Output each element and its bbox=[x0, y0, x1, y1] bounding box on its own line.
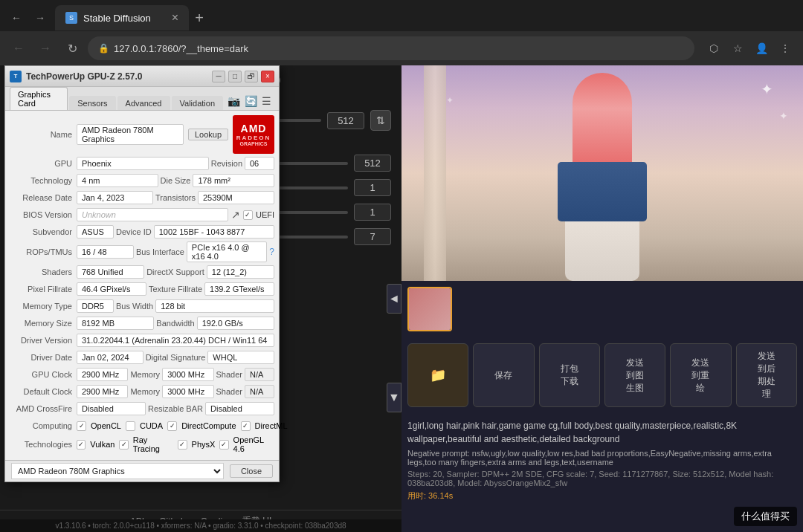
gpuz-memtype-row: Memory Type DDR5 Bus Width 128 bit bbox=[10, 299, 274, 314]
gpuz-tech-row: Technology 4 nm Die Size 178 mm² bbox=[10, 173, 274, 188]
profile-button[interactable]: 👤 bbox=[751, 38, 772, 59]
meta-text: Steps: 20, Sampler: DPM++ 2M SDE, CFG sc… bbox=[407, 470, 797, 487]
menu-button[interactable]: ⋮ bbox=[775, 38, 796, 59]
main-content: 面部修复 平铺图 (Tiling) 高分辨率修复 (Hires. fix) 宽度… bbox=[0, 65, 803, 532]
raytracing-checkbox[interactable] bbox=[119, 440, 128, 450]
gpuz-window-controls: ─ □ 🗗 × bbox=[212, 71, 274, 82]
uefi-checkbox[interactable] bbox=[243, 210, 253, 220]
gpuz-name-value: AMD Radeon 780M Graphics bbox=[77, 124, 184, 145]
bios-extras: ↗ UEFI bbox=[231, 209, 274, 221]
gpuz-bottom-bar: AMD Radeon 780M Graphics Close bbox=[5, 460, 279, 481]
collapse-button[interactable]: ◄ bbox=[387, 284, 402, 314]
expand-button[interactable]: ▼ bbox=[387, 383, 402, 412]
gpuz-driverversion-row: Driver Version 31.0.22044.1 (Adrenalin 2… bbox=[10, 333, 274, 348]
active-tab[interactable]: S Stable Diffusion × bbox=[55, 5, 189, 30]
thumbnail-image bbox=[409, 288, 451, 330]
gpuz-rops-value: 16 / 48 bbox=[77, 245, 134, 259]
gpuz-texturefill-value: 139.2 GTexel/s bbox=[204, 282, 274, 296]
folder-button[interactable]: 📁 bbox=[407, 343, 468, 407]
opengl-checkbox[interactable] bbox=[219, 440, 228, 450]
back-button[interactable]: ← bbox=[6, 7, 27, 28]
gpuz-tech-value: 4 nm bbox=[77, 174, 158, 187]
directml-checkbox[interactable] bbox=[241, 421, 251, 431]
gpuz-digsig-label: Digital Signature bbox=[143, 353, 208, 362]
gpuz-transistors-label: Transistors bbox=[153, 193, 198, 202]
url-text: 127.0.0.1:7860/?__theme=dark bbox=[114, 43, 248, 54]
send-to-inpaint-button[interactable]: 发送到重绘 bbox=[670, 343, 731, 407]
gpuz-menu-icon[interactable]: ☰ bbox=[262, 95, 271, 107]
gpuz-driverdate-value: Jan 02, 2024 bbox=[77, 351, 143, 364]
cast-button[interactable]: ⬡ bbox=[703, 38, 724, 59]
tab-graphics-card[interactable]: Graphics Card bbox=[10, 87, 68, 110]
sparkle-1: ✦ bbox=[761, 80, 773, 98]
gpuz-revision-value: 06 bbox=[245, 157, 274, 170]
gpuz-memtype-value: DDR5 bbox=[77, 299, 114, 313]
gpuz-diesize-value: 178 mm² bbox=[193, 174, 274, 187]
uefi-label: UEFI bbox=[256, 210, 274, 219]
bookmark-button[interactable]: ☆ bbox=[727, 38, 748, 59]
swap-dimensions-button[interactable]: ⇅ bbox=[370, 110, 391, 131]
character-hair bbox=[573, 73, 632, 162]
gpuz-bios-value: Unknown bbox=[77, 208, 228, 221]
address-bar-row: ← → ↻ 🔒 127.0.0.1:7860/?__theme=dark ⬡ ☆… bbox=[0, 31, 803, 65]
gpuz-close-button[interactable]: × bbox=[261, 71, 274, 82]
forward-nav-button[interactable]: → bbox=[34, 37, 57, 59]
cuda-checkbox[interactable] bbox=[126, 421, 135, 431]
tab-advanced[interactable]: Advanced bbox=[117, 96, 170, 110]
gpuz-maximize-button[interactable]: □ bbox=[228, 71, 242, 82]
gpuz-minimize-button[interactable]: ─ bbox=[212, 71, 225, 82]
gpuz-pixelfill-value: 46.4 GPixel/s bbox=[77, 282, 146, 296]
gpuz-tech-label: Technology bbox=[10, 176, 77, 185]
gpuz-deviceid-value: 1002 15BF - 1043 8877 bbox=[154, 225, 274, 239]
gpuz-businterface-value: PCIe x16 4.0 @ x16 4.0 bbox=[187, 241, 267, 262]
vulkan-checkbox[interactable] bbox=[77, 440, 86, 450]
anime-image-bg: ✦ ✦ ✦ bbox=[402, 65, 803, 281]
gpuz-rops-row: ROPs/TMUs 16 / 48 Bus Interface PCIe x16… bbox=[10, 241, 274, 262]
gpuz-defaultclock-label: Default Clock bbox=[10, 387, 77, 396]
gpuz-defshader-value: N/A bbox=[245, 385, 274, 398]
bios-share-icon[interactable]: ↗ bbox=[231, 209, 240, 221]
gpuz-close-btn[interactable]: Close bbox=[230, 464, 273, 478]
action-buttons-row: 📁 保存 打包下载 发送到图生图 发送到重绘 发送到后期处理 bbox=[402, 337, 803, 413]
directcompute-checkbox[interactable] bbox=[167, 421, 177, 431]
gpuz-restore-button[interactable]: 🗗 bbox=[245, 71, 258, 82]
gpuz-refresh-icon[interactable]: 🔄 bbox=[245, 95, 257, 107]
gpuz-device-select[interactable]: AMD Radeon 780M Graphics bbox=[11, 463, 224, 479]
graphics-text: GRAPHICS bbox=[240, 141, 268, 146]
gpuz-memsize-value: 8192 MB bbox=[77, 317, 154, 330]
gpuz-businterface-label: Bus Interface bbox=[134, 247, 187, 256]
tab-validation[interactable]: Validation bbox=[172, 96, 224, 110]
reload-button[interactable]: ↻ bbox=[61, 37, 83, 59]
physx-checkbox[interactable] bbox=[178, 440, 187, 450]
raytracing-label: Ray Tracing bbox=[133, 435, 174, 453]
gpuz-rops-label: ROPs/TMUs bbox=[10, 247, 77, 256]
gpuz-revision-label: Revision bbox=[209, 159, 245, 168]
send-to-img2img-button[interactable]: 发送到图生图 bbox=[604, 343, 665, 407]
gpuz-logo: T bbox=[10, 71, 22, 82]
gpuz-buswidth-label: Bus Width bbox=[114, 302, 155, 311]
tab-close-button[interactable]: × bbox=[172, 11, 178, 25]
send-to-postprocess-button[interactable]: 发送到后期处理 bbox=[736, 343, 797, 407]
forward-button[interactable]: → bbox=[30, 7, 51, 28]
address-bar[interactable]: 🔒 127.0.0.1:7860/?__theme=dark bbox=[88, 36, 694, 60]
back-nav-button[interactable]: ← bbox=[7, 37, 30, 59]
new-tab-button[interactable]: + bbox=[189, 7, 210, 28]
thumbnail-item[interactable] bbox=[407, 287, 452, 331]
prompt-text: 1girl,long hair,pink hair,game game cg,f… bbox=[407, 419, 797, 446]
browser-actions: ⬡ ☆ 👤 ⋮ bbox=[703, 38, 796, 59]
gpuz-info-icon[interactable]: ? bbox=[269, 247, 274, 257]
save-button[interactable]: 保存 bbox=[473, 343, 534, 407]
thumbnail-row bbox=[402, 281, 803, 337]
gpuz-shaders-row: Shaders 768 Unified DirectX Support 12 (… bbox=[10, 265, 274, 279]
directml-label: DirectML bbox=[255, 421, 288, 430]
gpuz-lookup-button[interactable]: Lookup bbox=[188, 129, 228, 140]
gpuz-camera-icon[interactable]: 📷 bbox=[228, 95, 240, 107]
gpuz-shader-label: Shader bbox=[214, 370, 245, 379]
gpuz-technologies-row: Technologies Vulkan Ray Tracing PhysX Op… bbox=[10, 435, 274, 453]
opencl-checkbox[interactable] bbox=[77, 421, 86, 431]
download-button[interactable]: 打包下载 bbox=[539, 343, 600, 407]
browser-chrome: ← → S Stable Diffusion × + ← → ↻ 🔒 127.0… bbox=[0, 0, 803, 65]
batch-count-value: 1 bbox=[354, 179, 391, 196]
gpuz-bandwidth-value: 192.0 GB/s bbox=[197, 317, 274, 330]
tab-sensors[interactable]: Sensors bbox=[69, 96, 115, 110]
